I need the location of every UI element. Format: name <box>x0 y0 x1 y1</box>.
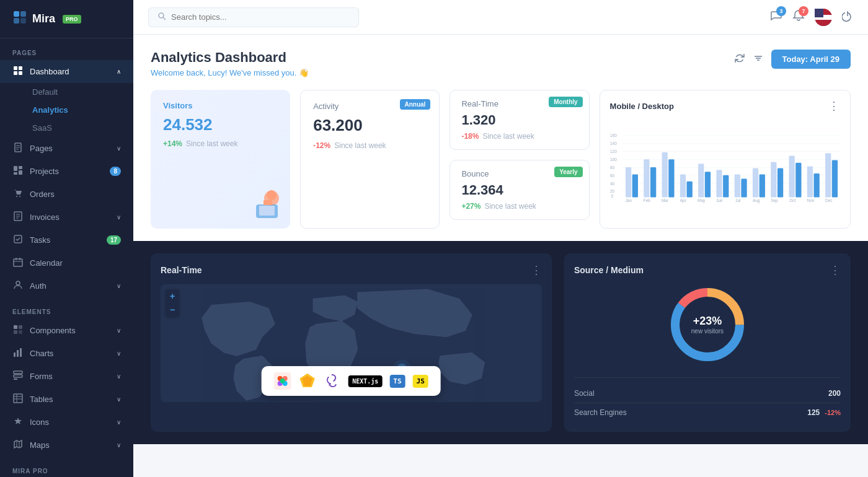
sidebar-item-dashboard[interactable]: Dashboard ∧ <box>0 60 133 83</box>
orders-label: Orders <box>30 190 55 199</box>
sketch-logo <box>299 372 316 390</box>
sidebar-item-invoices[interactable]: Invoices ∨ <box>0 206 133 229</box>
sidebar-item-orders[interactable]: Orders <box>0 183 133 206</box>
svg-rect-15 <box>19 170 22 175</box>
refresh-button[interactable] <box>734 53 745 66</box>
pages-section-label: PAGES <box>0 38 133 60</box>
tech-logos-card: NEXT.js TS JS <box>262 366 441 396</box>
svg-text:60: 60 <box>610 173 615 178</box>
top-section: Analytics Dashboard Welcome back, Lucy! … <box>133 35 868 241</box>
svg-rect-82 <box>686 182 692 198</box>
donut-percent: +23% <box>691 315 724 328</box>
svg-rect-91 <box>771 162 776 197</box>
figma-logo <box>274 372 291 390</box>
charts-label: Charts <box>30 349 53 358</box>
source-menu-button[interactable]: ⋮ <box>830 263 841 277</box>
svg-rect-29 <box>19 325 22 329</box>
chat-button[interactable]: 3 <box>770 9 782 25</box>
power-button[interactable] <box>842 11 853 24</box>
map-zoom-out-button[interactable]: − <box>166 303 179 317</box>
realtime-menu-button[interactable]: ⋮ <box>531 263 542 277</box>
svg-rect-77 <box>644 159 649 197</box>
svg-text:140: 140 <box>610 141 617 146</box>
tasks-label: Tasks <box>30 235 50 245</box>
sidebar-item-saas[interactable]: SaaS <box>12 119 133 137</box>
sidebar-item-calendar[interactable]: Calendar <box>0 252 133 274</box>
sidebar-item-forms[interactable]: Forms ∨ <box>0 365 133 388</box>
svg-rect-28 <box>14 325 17 329</box>
language-selector[interactable] <box>815 9 832 26</box>
filter-button[interactable] <box>753 53 764 66</box>
realtime-map-card: Real-Time ⋮ + − <box>151 253 552 432</box>
svg-rect-2 <box>14 18 19 24</box>
svg-text:Jul: Jul <box>735 198 740 203</box>
mira-pro-section-label: MIRA PRO <box>0 457 133 477</box>
icons-label: Icons <box>30 418 49 427</box>
svg-rect-34 <box>20 348 22 357</box>
stats-and-chart-row: Visitors 24.532 +14% Since last week <box>151 90 851 229</box>
sidebar-item-auth[interactable]: Auth ∨ <box>0 274 133 297</box>
today-button[interactable]: Today: April 29 <box>771 50 851 69</box>
svg-rect-13 <box>19 166 22 169</box>
sidebar-item-maps[interactable]: Maps ∨ <box>0 434 133 457</box>
sidebar-item-charts[interactable]: Charts ∨ <box>0 342 133 365</box>
svg-rect-31 <box>19 330 22 334</box>
main-content: 3 7 <box>133 0 868 477</box>
sidebar-item-icons[interactable]: Icons ∨ <box>0 411 133 434</box>
realtime-card: Real-Time Monthly 1.320 -18% Since last … <box>450 90 589 150</box>
search-box[interactable] <box>148 7 359 27</box>
svg-rect-78 <box>650 167 656 198</box>
page-subtitle: Welcome back, Lucy! We've missed you. 👋 <box>151 68 309 77</box>
svg-rect-57 <box>264 200 272 205</box>
sidebar-item-analytics[interactable]: Analytics <box>12 101 133 119</box>
svg-rect-14 <box>14 172 17 175</box>
visitors-value: 24.532 <box>163 115 278 134</box>
page-title-area: Analytics Dashboard Welcome back, Lucy! … <box>151 50 309 77</box>
auth-icon <box>12 280 24 292</box>
svg-text:Apr: Apr <box>680 198 686 203</box>
svg-rect-84 <box>704 172 710 197</box>
pages-label: Pages <box>30 144 53 153</box>
dashboard-sub-menu: Default Analytics SaaS <box>0 83 133 137</box>
sidebar-item-pages[interactable]: Pages ∨ <box>0 137 133 160</box>
activity-change: -12% Since last week <box>313 141 427 150</box>
sidebar-item-default[interactable]: Default <box>12 83 133 101</box>
invoices-label: Invoices <box>30 212 60 222</box>
svg-rect-37 <box>14 379 17 380</box>
svg-text:Sep: Sep <box>771 198 778 203</box>
sidebar-item-tasks[interactable]: Tasks 17 <box>0 229 133 252</box>
notifications-button[interactable]: 7 <box>792 9 805 25</box>
source-title: Source / Medium <box>574 265 644 275</box>
map-zoom-in-button[interactable]: + <box>166 289 179 303</box>
calendar-icon <box>12 257 24 269</box>
chevron-up-icon: ∧ <box>117 68 121 75</box>
svg-rect-33 <box>17 350 19 357</box>
svg-rect-87 <box>734 174 740 197</box>
notifications-badge: 7 <box>799 6 808 16</box>
sidebar-item-tables[interactable]: Tables ∨ <box>0 388 133 411</box>
svg-point-16 <box>16 196 17 197</box>
sidebar-item-components[interactable]: Components ∨ <box>0 319 133 342</box>
svg-point-44 <box>159 13 164 18</box>
svg-rect-23 <box>14 259 22 266</box>
svg-point-27 <box>16 281 20 285</box>
chart-menu-button[interactable]: ⋮ <box>828 99 840 113</box>
charts-icon <box>12 348 24 359</box>
search-input[interactable] <box>171 12 350 22</box>
svg-rect-6 <box>14 71 17 75</box>
svg-point-56 <box>267 190 277 200</box>
svg-rect-80 <box>668 159 674 197</box>
chevron-down-icon-4: ∨ <box>117 327 121 334</box>
logo[interactable]: Mira PRO <box>0 0 133 38</box>
tables-icon <box>12 393 24 405</box>
maps-label: Maps <box>30 440 50 450</box>
tasks-badge: 17 <box>107 235 121 245</box>
sidebar-item-projects[interactable]: Projects 8 <box>0 160 133 183</box>
chevron-down-icon-3: ∨ <box>117 282 121 289</box>
svg-point-17 <box>19 196 20 197</box>
typescript-logo: TS <box>389 375 405 388</box>
svg-rect-55 <box>259 206 275 216</box>
chevron-down-icon-7: ∨ <box>117 396 121 403</box>
bottom-grid: Real-Time ⋮ + − <box>151 253 851 432</box>
components-icon <box>12 325 24 336</box>
